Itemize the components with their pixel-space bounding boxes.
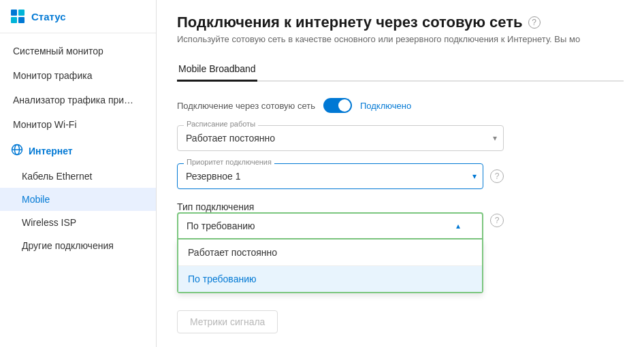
sidebar-item-other[interactable]: Другие подключения <box>0 234 156 257</box>
priority-field-row: Приоритет подключения Резервное 1 ▾ ? <box>177 163 504 189</box>
main-content: Подключения к интернету через сотовую се… <box>157 0 644 347</box>
globe-icon <box>11 144 23 158</box>
connection-type-arrow-icon: ▴ <box>456 221 460 231</box>
logo-square-4 <box>18 17 25 23</box>
priority-label: Приоритет подключения <box>184 158 274 166</box>
signal-metrics-button[interactable]: Метрики сигнала <box>177 310 278 333</box>
form-section: Подключение через сотовую сеть Подключен… <box>177 98 504 239</box>
page-title-help-icon[interactable]: ? <box>528 16 541 29</box>
priority-help-icon[interactable]: ? <box>490 169 504 183</box>
sidebar-item-mobile[interactable]: Mobile <box>0 188 156 211</box>
connection-type-label: Тип подключения <box>177 201 254 212</box>
schedule-field-wrapper: Расписание работы Работает постоянно ▾ <box>177 125 504 151</box>
sidebar-item-wifi-monitor[interactable]: Монитор Wi-Fi <box>0 112 156 137</box>
tabs-bar: Mobile Broadband <box>177 58 624 82</box>
logo-square-2 <box>18 10 25 16</box>
dropdown-option-on-demand[interactable]: По требованию <box>178 266 482 292</box>
toggle-status: Подключено <box>360 101 411 111</box>
dropdown-option-always[interactable]: Работает постоянно <box>178 239 482 265</box>
schedule-label: Расписание работы <box>184 120 258 128</box>
sidebar-status-label: Статус <box>31 11 66 22</box>
schedule-select[interactable]: Работает постоянно <box>177 125 504 151</box>
page-subtitle: Используйте сотовую сеть в качестве осно… <box>177 34 624 44</box>
sidebar: Статус Системный монитор Монитор трафика… <box>0 0 157 347</box>
app-logo <box>11 10 25 23</box>
signal-metrics-section: Метрики сигнала <box>177 308 624 333</box>
toggle-row: Подключение через сотовую сеть Подключен… <box>177 98 504 113</box>
sidebar-navigation: Системный монитор Монитор трафика Анализ… <box>0 33 156 263</box>
logo-square-3 <box>11 17 17 23</box>
sidebar-item-wireless-isp[interactable]: Wireless ISP <box>0 211 156 234</box>
connection-type-menu: Работает постоянно По требованию <box>177 239 483 293</box>
logo-square-1 <box>11 10 17 16</box>
sidebar-item-traffic-analyzer[interactable]: Анализатор трафика при… <box>0 88 156 112</box>
sidebar-item-system-monitor[interactable]: Системный монитор <box>0 39 156 63</box>
connection-type-dropdown: Тип подключения По требованию ▴ Работает… <box>177 201 483 239</box>
sidebar-internet-section[interactable]: Интернет <box>0 137 156 165</box>
sidebar-item-traffic-monitor[interactable]: Монитор трафика <box>0 63 156 88</box>
connection-type-help-icon[interactable]: ? <box>490 214 504 227</box>
priority-field-wrapper: Приоритет подключения Резервное 1 ▾ <box>177 163 483 189</box>
priority-select[interactable]: Резервное 1 <box>177 163 483 189</box>
connection-type-field-row: Тип подключения По требованию ▴ Работает… <box>177 201 504 239</box>
sidebar-item-ethernet[interactable]: Кабель Ethernet <box>0 165 156 188</box>
internet-label: Интернет <box>29 146 73 156</box>
page-title: Подключения к интернету через сотовую се… <box>177 14 624 31</box>
cellular-toggle[interactable] <box>323 98 352 113</box>
toggle-label: Подключение через сотовую сеть <box>177 101 315 111</box>
sidebar-header: Статус <box>0 0 156 33</box>
connection-type-trigger[interactable]: По требованию ▴ <box>177 212 483 239</box>
tab-mobile-broadband[interactable]: Mobile Broadband <box>177 58 257 82</box>
connection-type-value: По требованию <box>187 220 255 231</box>
